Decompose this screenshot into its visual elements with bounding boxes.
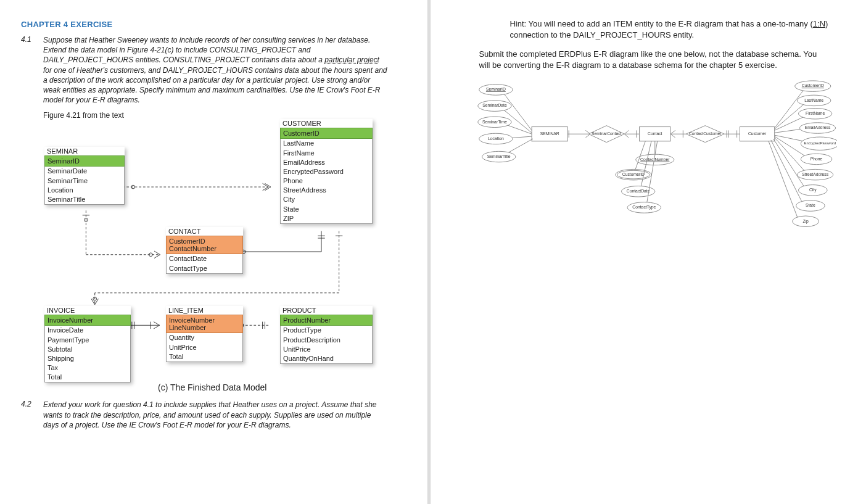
entity-seminar: SEMINAR SeminarID SeminarDate SeminarTim… bbox=[44, 147, 125, 205]
attr: EmailAddress bbox=[281, 158, 372, 167]
entity-pk: CustomerID ContactNumber bbox=[166, 236, 243, 254]
attr: Total bbox=[45, 373, 130, 382]
svg-text:StreetAddress: StreetAddress bbox=[802, 172, 829, 176]
entity-attrs: SeminarDate SeminarTime Location Seminar… bbox=[44, 167, 125, 205]
q41-dotted: particular project bbox=[324, 56, 379, 64]
question-number: 4.1 bbox=[21, 35, 43, 105]
er-diagram: .conn { stroke:#333; stroke-width:1; fil… bbox=[27, 122, 404, 381]
svg-text:EmailAddress: EmailAddress bbox=[805, 125, 831, 130]
svg-line-94 bbox=[769, 141, 798, 220]
attr: InvoiceDate bbox=[45, 326, 130, 335]
document-spread: CHAPTER 4 EXERCISE 4.1 Suppose that Heat… bbox=[0, 0, 858, 504]
svg-text:LastName: LastName bbox=[805, 98, 824, 102]
attr: ContactType bbox=[167, 264, 242, 273]
attr: ZIP bbox=[281, 214, 372, 223]
svg-text:ContactType: ContactType bbox=[633, 205, 656, 210]
svg-text:CustomerID: CustomerID bbox=[802, 84, 824, 88]
attr: SeminarTime bbox=[45, 176, 124, 186]
svg-text:Zip: Zip bbox=[803, 219, 809, 224]
attr: UnitPrice bbox=[167, 343, 242, 352]
chen-rel-cc: ContactCustomer bbox=[689, 131, 722, 136]
svg-text:SeminarTitle: SeminarTitle bbox=[487, 154, 511, 159]
chen-contact: Contact bbox=[648, 131, 662, 136]
chen-contact-attrs: ContactNumber CustomerID ContactDate Con… bbox=[616, 141, 674, 213]
chen-seminar: SEMINAR bbox=[540, 131, 559, 136]
hint-pre: Hint: You will need to add an ITEM entit… bbox=[509, 19, 812, 28]
page-gutter bbox=[425, 0, 434, 504]
svg-text:City: City bbox=[809, 188, 817, 192]
chen-customer-attrs: CustomerID LastName FirstName EmailAddre… bbox=[769, 81, 837, 227]
entity-pk: ProductNumber bbox=[280, 315, 373, 326]
chen-svg: .box{fill:#fff;stroke:#888;stroke-width:… bbox=[454, 79, 837, 252]
attr: FirstName bbox=[281, 149, 372, 158]
hint-paragraph: Hint: You will need to add an ITEM entit… bbox=[509, 19, 837, 40]
attr: SeminarTitle bbox=[45, 195, 124, 204]
entity-attrs: ProductType ProductDescription UnitPrice… bbox=[280, 326, 373, 364]
attr: PaymentType bbox=[45, 336, 130, 345]
attr: ProductDescription bbox=[281, 336, 372, 345]
attr: EncryptedPassword bbox=[281, 167, 372, 176]
question-number: 4.2 bbox=[21, 400, 43, 430]
entity-label: PRODUCT bbox=[280, 306, 373, 315]
svg-line-91 bbox=[771, 140, 803, 205]
question-text: Suppose that Heather Sweeney wants to in… bbox=[43, 35, 389, 105]
attr: Phone bbox=[281, 176, 372, 186]
question-4-2: 4.2 Extend your work for question 4.1 to… bbox=[21, 400, 404, 430]
svg-text:ContactNumber: ContactNumber bbox=[641, 157, 670, 162]
attr: Quantity bbox=[167, 333, 242, 342]
attr: UnitPrice bbox=[281, 345, 372, 354]
svg-point-15 bbox=[93, 297, 97, 301]
entity-label: LINE_ITEM bbox=[166, 306, 243, 315]
hint-link[interactable]: 1:N bbox=[813, 19, 825, 28]
model-caption: (c) The Finished Data Model bbox=[21, 382, 404, 392]
attr: Location bbox=[45, 186, 124, 195]
attr: LastName bbox=[281, 139, 372, 148]
entity-lineitem: LINE_ITEM InvoiceNumber LineNumber Quant… bbox=[166, 306, 243, 362]
q41-pre: Suppose that Heather Sweeney wants to in… bbox=[43, 36, 370, 64]
figure-caption: Figure 4.21 from the text bbox=[43, 111, 404, 120]
submit-text: Submit the completed ERDPlus E-R diagram… bbox=[479, 49, 824, 70]
entity-attrs: ContactDate ContactType bbox=[166, 254, 243, 273]
svg-point-4 bbox=[149, 253, 152, 257]
entity-pk: SeminarID bbox=[44, 155, 125, 167]
chen-rel-sc: SeminarContact bbox=[592, 131, 622, 136]
chapter-title: CHAPTER 4 EXERCISE bbox=[21, 20, 404, 29]
entity-label: SEMINAR bbox=[44, 147, 125, 155]
svg-text:CustomerID: CustomerID bbox=[622, 172, 645, 176]
q41-post: for one of Heather's customers, and DAIL… bbox=[43, 66, 387, 105]
svg-text:EncryptedPassword: EncryptedPassword bbox=[804, 141, 836, 145]
entity-product: PRODUCT ProductNumber ProductType Produc… bbox=[280, 306, 373, 364]
svg-point-6 bbox=[85, 218, 88, 222]
question-text: Extend your work for question 4.1 to inc… bbox=[43, 400, 389, 430]
entity-contact: CONTACT CustomerID ContactNumber Contact… bbox=[166, 227, 243, 273]
attr: State bbox=[281, 205, 372, 214]
chen-diagram: .box{fill:#fff;stroke:#888;stroke-width:… bbox=[454, 79, 837, 258]
attr: StreetAddress bbox=[281, 186, 372, 195]
entity-label: CUSTOMER bbox=[280, 119, 373, 128]
entity-pk: InvoiceNumber bbox=[44, 315, 131, 326]
left-page: CHAPTER 4 EXERCISE 4.1 Suppose that Heat… bbox=[0, 0, 425, 504]
svg-text:SeminarTime: SeminarTime bbox=[482, 120, 507, 124]
attr: Subtotal bbox=[45, 345, 130, 354]
submit-paragraph: Submit the completed ERDPlus E-R diagram… bbox=[479, 49, 824, 70]
chen-customer: Customer bbox=[748, 131, 767, 136]
svg-text:SeminarDate: SeminarDate bbox=[483, 104, 508, 108]
svg-line-67 bbox=[775, 88, 806, 128]
attr: Total bbox=[167, 352, 242, 361]
attr: QuantityOnHand bbox=[281, 354, 372, 363]
svg-text:ContactDate: ContactDate bbox=[627, 189, 650, 193]
entity-label: CONTACT bbox=[166, 227, 243, 236]
svg-text:Location: Location bbox=[488, 136, 504, 141]
attr: ProductType bbox=[281, 326, 372, 335]
entity-label: INVOICE bbox=[44, 306, 131, 315]
attr: ContactDate bbox=[167, 254, 242, 263]
svg-line-82 bbox=[775, 136, 808, 158]
entity-pk: InvoiceNumber LineNumber bbox=[166, 315, 243, 333]
svg-text:Phone: Phone bbox=[811, 157, 823, 161]
entity-pk: CustomerID bbox=[280, 128, 373, 139]
question-4-1: 4.1 Suppose that Heather Sweeney wants t… bbox=[21, 35, 404, 105]
entity-attrs: LastName FirstName EmailAddress Encrypte… bbox=[280, 139, 373, 224]
svg-text:SeminarID: SeminarID bbox=[486, 87, 506, 91]
attr: City bbox=[281, 195, 372, 204]
svg-point-1 bbox=[131, 186, 135, 189]
